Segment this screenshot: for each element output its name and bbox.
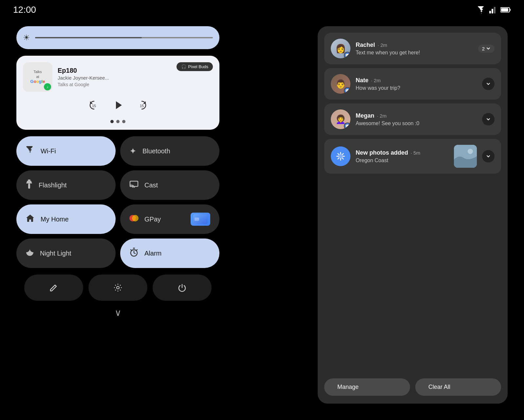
tile-cast[interactable]: Cast: [120, 170, 219, 200]
notification-nate[interactable]: 👨 💬 Nate · 2m How was your trip?: [324, 68, 501, 100]
notif-time-photos: · 5m: [411, 150, 420, 156]
flashlight-label: Flashlight: [39, 181, 67, 189]
nightlight-icon: [26, 248, 34, 258]
notif-count-rachel[interactable]: 2: [478, 45, 495, 53]
notif-name-rachel: Rachel: [356, 42, 375, 48]
notification-rachel[interactable]: 👩 💬 Rachel · 2m Text me when you get her…: [324, 33, 501, 64]
svg-point-21: [117, 286, 119, 289]
svg-rect-18: [195, 218, 199, 221]
notification-body-rachel: Rachel · 2m Text me when you get here!: [356, 42, 473, 56]
media-info: Ep180 Jackie Joyner-Kersee... Talks at G…: [58, 67, 171, 87]
notif-message-rachel: Text me when you get here!: [356, 50, 473, 56]
notification-body-photos: New photos added · 5m Oregon Coast: [356, 149, 449, 163]
play-button[interactable]: [110, 97, 126, 113]
notif-time-nate: · 2m: [371, 78, 381, 83]
svg-rect-5: [501, 8, 508, 11]
cast-label: Cast: [144, 181, 158, 189]
settings-button[interactable]: [88, 275, 147, 301]
notification-megan[interactable]: 👩‍🦱 💬 Megan · 2m Awesome! See you soon :…: [324, 104, 501, 135]
photos-thumbnail: [454, 145, 477, 168]
myhome-label: My Home: [41, 216, 69, 223]
media-device[interactable]: 🎧 Pixel Buds: [177, 62, 213, 71]
battery-status-icon: [500, 6, 511, 13]
signal-status-icon: [489, 6, 497, 13]
spotify-icon: ♪: [44, 83, 51, 90]
home-icon: [26, 214, 35, 224]
svg-point-16: [132, 215, 139, 221]
notification-body-nate: Nate · 2m How was your trip?: [356, 77, 477, 91]
notif-name-nate: Nate: [356, 77, 368, 84]
notif-name-photos: New photos added: [356, 149, 408, 156]
svg-point-23: [468, 149, 473, 154]
status-icons: [477, 6, 511, 13]
avatar-nate: 👨 💬: [331, 74, 350, 94]
notifications-panel: 👩 💬 Rachel · 2m Text me when you get her…: [318, 26, 508, 404]
notification-actions: Manage Clear All: [324, 377, 501, 397]
power-button[interactable]: [153, 275, 212, 301]
dot-1: [110, 120, 114, 123]
notif-time-rachel: · 2m: [378, 42, 387, 48]
action-row: [16, 275, 219, 301]
status-bar: 12:00: [0, 0, 524, 20]
tile-alarm[interactable]: Alarm: [120, 239, 219, 268]
pixel-buds-icon: 🎧: [181, 64, 186, 69]
svg-rect-1: [492, 9, 493, 13]
gpay-icon: [129, 214, 139, 224]
svg-marker-8: [116, 101, 122, 109]
tile-bluetooth[interactable]: ✦ Bluetooth: [120, 136, 219, 166]
tile-gpay[interactable]: GPay: [120, 204, 219, 234]
media-episode: Ep180: [58, 67, 171, 74]
flashlight-icon: [26, 180, 33, 191]
clear-all-button[interactable]: Clear All: [415, 378, 501, 396]
svg-rect-0: [489, 11, 491, 13]
tile-nightlight[interactable]: Night Light: [16, 239, 116, 268]
bluetooth-icon: ✦: [129, 146, 137, 156]
gpay-label: GPay: [144, 216, 161, 223]
svg-rect-4: [510, 9, 511, 11]
brightness-icon: ☀: [23, 33, 30, 42]
notification-photos[interactable]: New photos added · 5m Oregon Coast: [324, 139, 501, 174]
chevron-row[interactable]: ∨: [16, 307, 219, 321]
avatar-rachel: 👩 💬: [331, 39, 350, 58]
svg-text:15: 15: [140, 104, 144, 108]
brightness-control[interactable]: ☀: [16, 26, 219, 49]
svg-rect-12: [28, 183, 30, 189]
brightness-slider[interactable]: [35, 37, 213, 38]
tile-wifi[interactable]: Wi-Fi: [16, 136, 116, 166]
nightlight-label: Night Light: [40, 250, 71, 257]
manage-button[interactable]: Manage: [324, 378, 410, 396]
notif-message-nate: How was your trip?: [356, 85, 477, 91]
alarm-label: Alarm: [144, 250, 161, 257]
media-art: Talks at Google ♪: [23, 62, 52, 92]
media-art-google: Google: [30, 79, 45, 84]
dot-3: [122, 120, 125, 123]
expand-nate[interactable]: [482, 78, 495, 90]
media-player-card: Talks at Google ♪ Ep180 Jackie Joyner-Ke…: [16, 56, 219, 130]
media-art-talks: Talks: [33, 70, 42, 74]
message-badge-nate: 💬: [344, 87, 350, 94]
chevron-down-icon[interactable]: ∨: [115, 307, 122, 318]
expand-megan[interactable]: [482, 113, 495, 125]
edit-button[interactable]: [24, 275, 83, 301]
wifi-icon: [26, 146, 35, 156]
expand-photos[interactable]: [482, 150, 495, 162]
message-badge-megan: 💬: [344, 123, 350, 129]
status-time: 12:00: [13, 5, 36, 15]
wifi-status-icon: [477, 6, 486, 13]
gpay-card-visual: [191, 213, 210, 226]
photos-app-icon: [331, 146, 350, 166]
notif-time-megan: · 2m: [377, 113, 386, 119]
message-badge-rachel: 💬: [344, 52, 350, 58]
forward-button[interactable]: 15: [136, 99, 148, 111]
notif-message-megan: Awesome! See you soon :0: [356, 121, 477, 126]
media-artist: Jackie Joyner-Kersee...: [58, 75, 171, 81]
rewind-button[interactable]: 15: [88, 99, 100, 111]
svg-rect-2: [494, 7, 496, 13]
media-pagination: [23, 120, 213, 123]
svg-rect-20: [133, 248, 135, 249]
notif-message-photos: Oregon Coast: [356, 158, 449, 163]
tile-flashlight[interactable]: Flashlight: [16, 170, 116, 200]
tile-myhome[interactable]: My Home: [16, 204, 116, 234]
svg-text:15: 15: [92, 104, 96, 108]
alarm-icon: [129, 248, 139, 259]
